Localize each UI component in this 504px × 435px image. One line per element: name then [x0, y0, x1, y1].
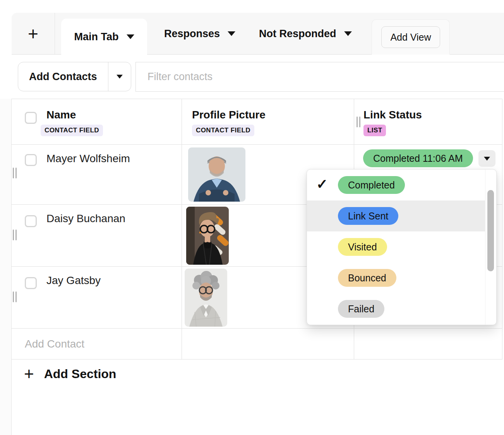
add-contacts-dropdown-button[interactable] — [108, 62, 131, 91]
column-type-badge: CONTACT FIELD — [192, 125, 254, 136]
status-option-pill: Completed — [338, 176, 405, 194]
empty-cell — [182, 329, 354, 359]
tab-responses[interactable]: Responses — [164, 13, 235, 55]
plus-icon: + — [28, 25, 38, 43]
menu-item-completed[interactable]: ✓ Completed — [307, 170, 496, 200]
contact-name: Jay Gatsby — [46, 274, 101, 287]
row-drag-handle[interactable] — [13, 291, 17, 302]
add-view-panel: Add View — [372, 19, 450, 55]
add-contacts-split-button: Add Contacts — [18, 62, 131, 91]
chevron-down-icon[interactable] — [344, 31, 352, 36]
add-view-button[interactable]: Add View — [381, 26, 440, 48]
menu-item-bounced[interactable]: Bounced — [307, 262, 496, 293]
tab-main-tab[interactable]: Main Tab — [61, 19, 147, 55]
plus-icon: + — [24, 365, 34, 382]
add-contacts-button[interactable]: Add Contacts — [18, 62, 108, 91]
select-all-checkbox[interactable] — [25, 112, 37, 124]
status-option-pill: Failed — [338, 300, 384, 318]
contact-name: Mayer Wolfsheim — [46, 152, 130, 165]
tab-label: Main Tab — [74, 31, 118, 43]
row-drag-handle[interactable] — [13, 229, 17, 240]
profile-photo — [188, 147, 245, 202]
profile-photo — [186, 207, 229, 265]
chevron-down-icon[interactable] — [228, 31, 235, 36]
status-option-pill: Visited — [338, 238, 387, 256]
name-cell[interactable]: Jay Gatsby — [12, 267, 182, 328]
status-pill[interactable]: Completed 11:06 AM — [363, 149, 473, 167]
row-checkbox[interactable] — [25, 277, 37, 289]
check-icon: ✓ — [316, 176, 328, 192]
status-option-pill: Link Sent — [338, 207, 398, 225]
contact-name: Daisy Buchanan — [46, 212, 125, 225]
header-cell-link-status: Link Status LIST — [354, 99, 502, 144]
name-cell[interactable]: Daisy Buchanan — [12, 205, 182, 266]
header-cell-profile-picture: Profile Picture CONTACT FIELD — [182, 99, 354, 144]
row-drag-handle[interactable] — [13, 168, 17, 178]
row-checkbox[interactable] — [25, 154, 37, 166]
column-title: Profile Picture — [192, 109, 266, 121]
add-tab-button[interactable]: + — [12, 13, 55, 54]
column-type-badge: CONTACT FIELD — [41, 125, 103, 136]
link-status-menu: ✓ Completed Link Sent Visited Bounced Fa… — [307, 169, 497, 325]
chevron-down-icon[interactable] — [127, 34, 134, 39]
column-title: Name — [46, 109, 76, 121]
chevron-down-icon — [117, 75, 123, 79]
menu-item-visited[interactable]: Visited — [307, 231, 496, 262]
empty-cell — [354, 329, 502, 359]
add-section-button[interactable]: + Add Section — [24, 365, 116, 382]
add-contact-placeholder: Add Contact — [25, 338, 84, 350]
name-cell[interactable]: Mayer Wolfsheim — [12, 145, 182, 204]
scrollbar-thumb[interactable] — [487, 190, 494, 271]
column-type-badge: LIST — [363, 125, 386, 136]
menu-item-failed[interactable]: Failed — [307, 293, 496, 324]
profile-photo — [185, 269, 227, 327]
column-title: Link Status — [363, 109, 422, 121]
row-checkbox[interactable] — [25, 215, 37, 227]
tab-label: Responses — [164, 28, 220, 40]
status-option-pill: Bounced — [338, 269, 396, 287]
menu-item-link-sent[interactable]: Link Sent — [307, 200, 485, 231]
left-rail — [0, 99, 12, 435]
header-cell-name: Name CONTACT FIELD — [12, 99, 182, 144]
status-dropdown-button[interactable] — [478, 150, 495, 167]
chevron-down-icon — [484, 157, 490, 161]
add-section-label: Add Section — [44, 367, 117, 381]
table-header-row: Name CONTACT FIELD Profile Picture CONTA… — [12, 99, 502, 145]
view-tab-bar: + Main Tab Responses Not Responded Add V… — [12, 13, 504, 55]
app-canvas: + Main Tab Responses Not Responded Add V… — [0, 0, 504, 435]
column-drag-handle[interactable] — [357, 116, 360, 127]
add-contact-row[interactable]: Add Contact — [12, 329, 502, 360]
filter-contacts-input[interactable] — [135, 62, 504, 92]
tab-not-responded[interactable]: Not Responded — [259, 13, 352, 55]
add-contact-cell[interactable]: Add Contact — [12, 329, 182, 359]
tab-label: Not Responded — [259, 28, 336, 40]
